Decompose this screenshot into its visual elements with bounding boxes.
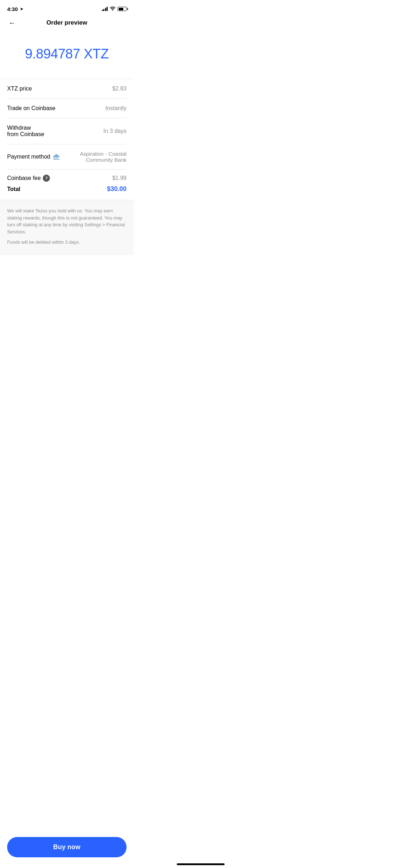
bank-icon (52, 153, 60, 161)
trade-coinbase-value: Instantly (105, 105, 127, 112)
battery-icon (118, 7, 127, 11)
withdraw-value: In 3 days (103, 128, 127, 134)
svg-rect-2 (55, 157, 56, 159)
xtz-price-row: XTZ price $2.83 (0, 79, 134, 98)
xtz-price-value: $2.83 (112, 86, 127, 92)
wifi-icon (110, 6, 115, 12)
trade-coinbase-label: Trade on Coinbase (7, 105, 56, 112)
status-time: 4:30 ➤ (7, 6, 23, 12)
amount-section: 9.894787 XTZ (0, 32, 134, 79)
coinbase-fee-text: Coinbase fee (7, 175, 41, 181)
total-row: Total $30.00 (0, 184, 134, 200)
payment-method-row: Payment method Aspiration - Coastal Comm… (0, 144, 134, 169)
svg-rect-4 (58, 157, 58, 159)
location-icon: ➤ (20, 7, 23, 11)
total-label: Total (7, 186, 20, 192)
fee-label: Coinbase fee ? (7, 175, 50, 182)
bank-name: Aspiration - Coastal Community Bank (62, 151, 127, 163)
coinbase-fee-row: Coinbase fee ? $1.99 (0, 170, 134, 184)
disclaimer-section: We will stake Tezos you hold with us. Yo… (0, 200, 134, 255)
page-title: Order preview (46, 19, 87, 26)
fee-help-icon[interactable]: ? (43, 175, 50, 182)
signal-icon (102, 7, 108, 11)
detail-rows: XTZ price $2.83 Trade on Coinbase Instan… (0, 79, 134, 291)
funds-disclaimer: Funds will be debited within 3 days. (7, 239, 127, 246)
status-icons (102, 6, 127, 12)
payment-value: Aspiration - Coastal Community Bank (52, 151, 127, 163)
trade-coinbase-row: Trade on Coinbase Instantly (0, 99, 134, 118)
status-bar: 4:30 ➤ (0, 0, 134, 16)
svg-rect-5 (53, 159, 60, 160)
total-value: $30.00 (107, 185, 127, 193)
nav-header: ← Order preview (0, 16, 134, 32)
svg-rect-1 (54, 157, 55, 159)
back-button[interactable]: ← (7, 17, 17, 29)
svg-rect-0 (53, 156, 60, 157)
svg-rect-3 (56, 157, 57, 159)
withdraw-coinbase-row: Withdrawfrom Coinbase In 3 days (0, 118, 134, 144)
fee-value: $1.99 (112, 175, 127, 181)
amount-value: 9.894787 XTZ (25, 46, 109, 62)
withdraw-label: Withdrawfrom Coinbase (7, 125, 44, 138)
staking-disclaimer: We will stake Tezos you hold with us. Yo… (7, 207, 127, 235)
xtz-price-label: XTZ price (7, 86, 32, 92)
svg-marker-6 (53, 154, 60, 156)
payment-method-label: Payment method (7, 154, 50, 160)
